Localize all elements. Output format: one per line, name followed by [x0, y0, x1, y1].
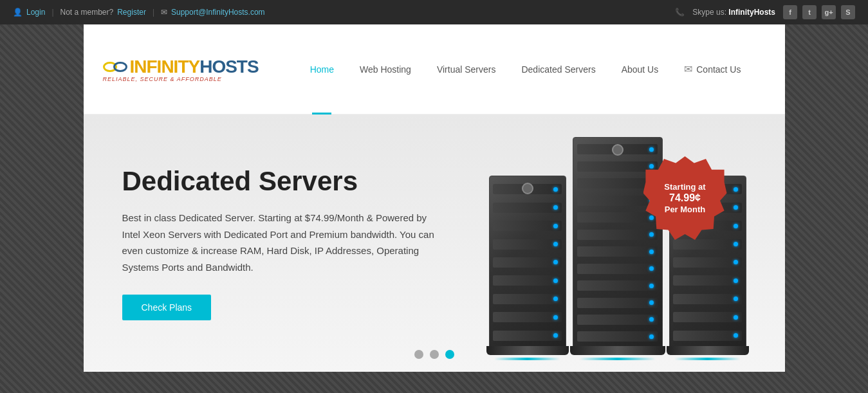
top-bar-right: 📞 Skype us: InfinityHosts f t g+ S [675, 5, 855, 19]
logo-tagline: Reliable, Secure & Affordable [103, 76, 259, 82]
user-icon: 👤 [13, 8, 23, 17]
badge-per-month: Per Month [665, 205, 706, 215]
drive-row [493, 221, 561, 231]
support-link[interactable]: Support@InfinityHosts.com [171, 8, 265, 17]
hero-content: Dedicated Servers Best in class Dedicate… [122, 166, 444, 320]
top-bar: 👤 Login | Not a member? Register | ✉ Sup… [0, 0, 868, 24]
drive-row [493, 239, 561, 250]
hero-title: Dedicated Servers [122, 166, 444, 197]
drive-row [577, 315, 657, 325]
logo-text: INFINITYHOSTS [130, 57, 259, 77]
top-bar-left: 👤 Login | Not a member? Register | ✉ Sup… [13, 8, 265, 17]
hero-server-image: Starting at 74.99¢ Per Month [489, 137, 746, 349]
main-wrapper: INFINITYHOSTS Reliable, Secure & Afforda… [84, 24, 785, 372]
googleplus-icon[interactable]: g+ [822, 5, 836, 19]
drive-led [553, 187, 558, 192]
infinity-right [113, 62, 127, 72]
server-base [570, 346, 665, 355]
drive-led [553, 333, 558, 338]
nav-item-web-hosting[interactable]: Web Hosting [347, 24, 424, 114]
server-base-light [579, 358, 655, 360]
drive-row [493, 275, 561, 286]
facebook-icon[interactable]: f [783, 5, 797, 19]
hero-description: Best in class Dedicated Server. Starting… [122, 210, 444, 275]
drive-led [649, 334, 654, 339]
server-base [486, 346, 569, 355]
drive-led [649, 250, 654, 254]
skype-text: Skype us: InfinityHosts [692, 8, 775, 17]
drive-row [673, 312, 741, 322]
drive-led [734, 242, 738, 246]
drive-led [734, 224, 738, 228]
drive-led [553, 297, 558, 301]
server-tower-left [489, 176, 566, 349]
drive-led [553, 205, 558, 210]
logo-icon [103, 62, 127, 72]
drive-led [649, 147, 654, 152]
drive-row [673, 331, 741, 341]
drive-row [673, 257, 741, 268]
drive-row [577, 264, 657, 274]
drive-led [734, 187, 738, 192]
nav-item-about-us[interactable]: About Us [609, 24, 672, 114]
register-link[interactable]: Register [117, 8, 146, 17]
drive-led [553, 224, 558, 228]
carousel-dots [414, 350, 454, 359]
logo-main-row: INFINITYHOSTS [103, 57, 259, 77]
carousel-dot-3[interactable] [445, 350, 454, 359]
server-base [667, 346, 749, 355]
drive-row [493, 312, 561, 322]
separator1: | [51, 8, 53, 17]
drive-led [734, 315, 738, 320]
drive-led [649, 266, 654, 271]
drive-led [553, 242, 558, 246]
drive-row [577, 331, 657, 342]
drive-led [734, 260, 738, 264]
drive-led [649, 300, 654, 305]
badge-starting-at: Starting at [664, 182, 705, 192]
logo-wrapper: INFINITYHOSTS Reliable, Secure & Afforda… [103, 57, 259, 82]
separator2: | [152, 8, 154, 17]
drive-row [493, 331, 561, 341]
nav-item-virtual-servers[interactable]: Virtual Servers [424, 24, 509, 114]
drive-led [553, 260, 558, 264]
hero-section: Dedicated Servers Best in class Dedicate… [84, 114, 785, 372]
carousel-dot-2[interactable] [430, 350, 439, 359]
drive-row [577, 298, 657, 308]
twitter-icon[interactable]: t [802, 5, 817, 19]
social-icons: f t g+ S [783, 5, 855, 19]
drive-led [734, 297, 738, 301]
price-badge-inner: Starting at 74.99¢ Per Month [643, 156, 727, 240]
logo-hosts: HOSTS [199, 57, 258, 77]
mail-icon: ✉ [161, 8, 167, 17]
drive-row [493, 203, 561, 213]
drive-led [649, 284, 654, 288]
drive-row [493, 257, 561, 268]
drive-row [673, 275, 741, 286]
drive-row [577, 280, 657, 291]
badge-price: 74.99¢ [669, 192, 701, 204]
server-button-left [522, 183, 533, 194]
drive-row [577, 246, 657, 257]
check-plans-button[interactable]: Check Plans [122, 295, 212, 320]
phone-icon: 📞 [675, 8, 685, 17]
drive-led [734, 333, 738, 338]
login-link[interactable]: Login [26, 8, 45, 17]
drive-led [649, 317, 654, 322]
nav-item-dedicated-servers[interactable]: Dedicated Servers [508, 24, 608, 114]
drive-row [493, 294, 561, 304]
drive-led [734, 205, 738, 210]
nav-item-home[interactable]: Home [297, 24, 347, 114]
header: INFINITYHOSTS Reliable, Secure & Afforda… [84, 24, 785, 114]
drive-row [673, 294, 741, 304]
drive-row [673, 239, 741, 250]
logo-infinity: INFINITY [130, 57, 200, 77]
nav-item-contact-us[interactable]: ✉ Contact Us [671, 24, 753, 114]
skype-icon[interactable]: S [841, 5, 855, 19]
carousel-dot-1[interactable] [414, 350, 423, 359]
price-badge: Starting at 74.99¢ Per Month [643, 156, 727, 240]
server-base-light [674, 358, 740, 360]
drive-led [553, 315, 558, 320]
drive-led [734, 279, 738, 283]
envelope-icon: ✉ [684, 63, 692, 75]
